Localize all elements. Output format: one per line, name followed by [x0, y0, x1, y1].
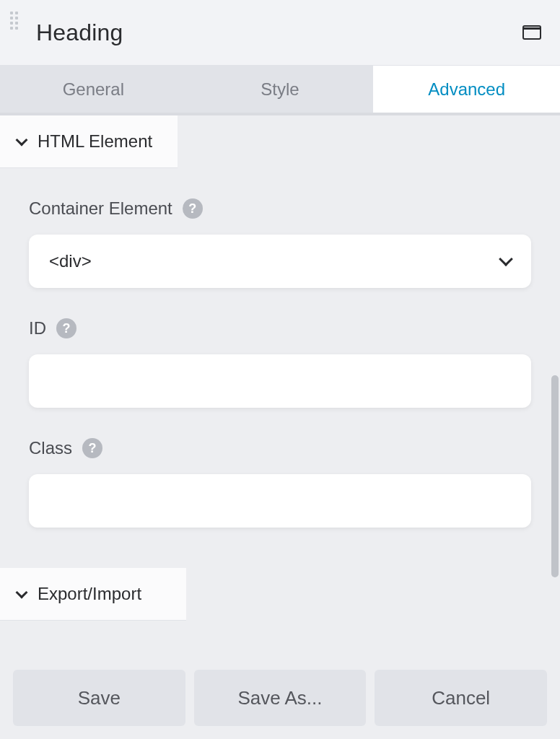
label-id: ID — [29, 318, 46, 338]
settings-panel: Heading General Style Advanced HTML Elem… — [0, 0, 560, 739]
section-title-html-element: HTML Element — [38, 131, 152, 152]
section-title-export-import: Export/Import — [38, 584, 141, 604]
section-toggle-export-import[interactable]: Export/Import — [0, 568, 186, 621]
help-icon[interactable]: ? — [56, 318, 76, 338]
label-class: Class — [29, 438, 72, 458]
footer-actions: Save Save As... Cancel — [0, 660, 560, 739]
tab-advanced[interactable]: Advanced — [373, 66, 560, 113]
chevron-down-icon — [499, 252, 513, 266]
label-container-element: Container Element — [29, 198, 172, 219]
tabs-bar: General Style Advanced — [0, 65, 560, 115]
save-button[interactable]: Save — [13, 670, 185, 726]
select-value-container-element: <div> — [49, 251, 92, 271]
chevron-down-icon — [16, 134, 28, 147]
field-id: ID ? — [29, 318, 531, 408]
input-id-wrapper — [29, 354, 531, 408]
responsive-toggle-icon[interactable] — [522, 25, 541, 40]
section-body-html-element: Container Element ? <div> ID ? — [0, 168, 560, 562]
select-container-element[interactable]: <div> — [29, 235, 531, 288]
help-icon[interactable]: ? — [183, 198, 203, 219]
help-icon[interactable]: ? — [82, 438, 102, 458]
tab-general[interactable]: General — [0, 66, 187, 113]
panel-title: Heading — [36, 19, 522, 46]
field-container-element: Container Element ? <div> — [29, 198, 531, 288]
save-as-button[interactable]: Save As... — [194, 670, 367, 726]
scrollbar-thumb[interactable] — [551, 375, 559, 577]
tab-style[interactable]: Style — [187, 66, 374, 113]
drag-handle-icon[interactable] — [10, 12, 23, 30]
sections-area: HTML Element Container Element ? <div> I… — [0, 115, 560, 660]
input-class[interactable] — [49, 474, 511, 528]
input-id[interactable] — [49, 354, 511, 408]
section-toggle-html-element[interactable]: HTML Element — [0, 115, 178, 168]
field-class: Class ? — [29, 438, 531, 528]
chevron-down-icon — [16, 587, 28, 599]
panel-header: Heading — [0, 0, 560, 65]
input-class-wrapper — [29, 474, 531, 528]
cancel-button[interactable]: Cancel — [375, 670, 547, 726]
